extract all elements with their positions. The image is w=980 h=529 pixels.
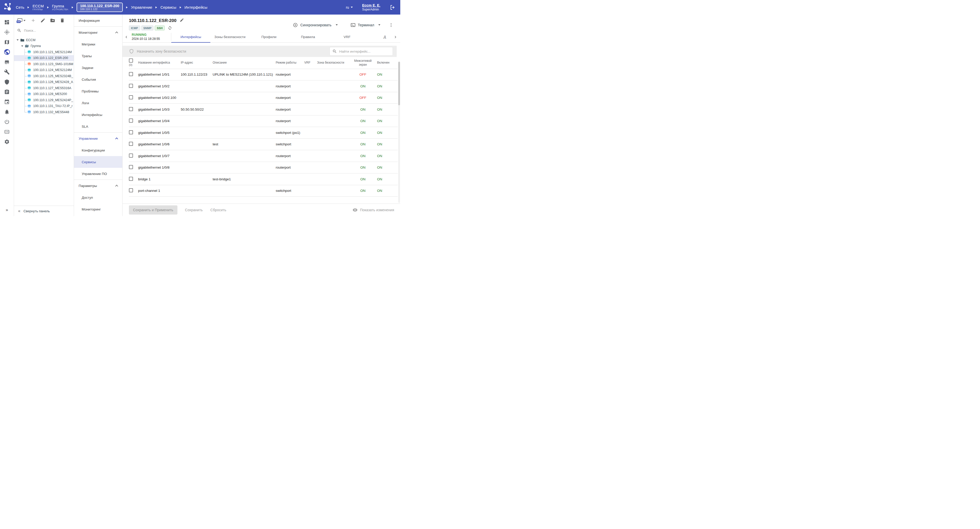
menu-item-interfaces[interactable]: Интерфейсы (74, 109, 122, 121)
menu-item-logs[interactable]: Логи (74, 97, 122, 109)
table-row[interactable]: gigabitethernet 1/0/8 routerport ON ON (129, 162, 398, 174)
tree-node-root[interactable]: ECCM (14, 37, 74, 43)
notifications-icon[interactable] (1, 107, 13, 117)
reset-button[interactable]: Сбросить (210, 208, 226, 212)
dashboard-icon[interactable] (1, 17, 13, 27)
breadcrumb-services[interactable]: Сервисы (160, 5, 176, 10)
menu-header-monitoring[interactable]: Мониторинг (74, 27, 122, 38)
logs-icon[interactable]: LOG (1, 127, 13, 137)
breadcrumb-interfaces[interactable]: Интерфейсы (185, 5, 208, 10)
menu-item-problems[interactable]: Проблемы (74, 85, 122, 97)
tab-security-zones[interactable]: Зоны безопасности (210, 32, 250, 42)
tree-node-group[interactable]: Группа (14, 43, 74, 49)
row-checkbox[interactable] (129, 84, 133, 88)
terminal-dropdown-button[interactable] (376, 22, 383, 27)
language-selector[interactable]: ru (346, 5, 353, 10)
synchronize-dropdown-button[interactable] (333, 22, 340, 27)
menu-item-tasks[interactable]: Задачи (74, 62, 122, 73)
tree-expand-icon[interactable] (17, 39, 19, 41)
tools-icon[interactable] (1, 67, 13, 77)
security-icon[interactable] (1, 77, 13, 87)
row-checkbox[interactable] (129, 118, 133, 123)
breadcrumb-network[interactable]: Сеть (16, 5, 24, 10)
row-checkbox[interactable] (129, 130, 133, 134)
menu-item-services-active[interactable]: Сервисы (74, 156, 122, 168)
add-device-button[interactable] (31, 18, 36, 23)
table-row[interactable]: gigabitethernet 1/0/2.100 routerport OFF… (129, 92, 398, 104)
table-row[interactable]: gigabitethernet 1/0/6 test switchport ON… (129, 139, 398, 150)
tree-expand-icon[interactable] (21, 45, 23, 47)
tree-device[interactable]: 100.110.1.124_MES2124M (14, 67, 74, 73)
menu-header-parameters[interactable]: Параметры (74, 180, 122, 191)
save-and-apply-button[interactable]: Сохранить и Применить (129, 206, 177, 215)
breadcrumb-management[interactable]: Управление (131, 5, 152, 10)
row-checkbox[interactable] (129, 72, 133, 76)
incidents-icon[interactable] (1, 27, 13, 37)
tree-device[interactable]: 100.110.1.126_MES2428_A (14, 79, 74, 85)
breadcrumb-eccm[interactable]: ECCMГРУППЫ (32, 4, 44, 11)
tab-profiles[interactable]: Профили (250, 32, 288, 42)
select-all-checkbox[interactable] (129, 59, 133, 62)
schedule-icon[interactable] (1, 97, 13, 107)
tree-device[interactable]: 100.110.1.127_MES5316A (14, 85, 74, 91)
menu-item-software[interactable]: Управление ПО (74, 168, 122, 180)
move-device-button[interactable] (50, 18, 55, 23)
collapse-panel-button[interactable]: « Свернуть панель (14, 206, 74, 216)
maps-icon[interactable] (1, 37, 13, 47)
synchronize-button[interactable]: Синхронизировать (291, 21, 333, 30)
breadcrumb-device-current[interactable]: 100.110.1.122_ESR-200100.110.1.122 (76, 3, 123, 12)
tab-clipped[interactable]: Д (367, 32, 387, 42)
tasks-icon[interactable] (1, 87, 13, 97)
table-row[interactable]: gigabitethernet 1/0/3 50.50.50.50/22 rou… (129, 104, 398, 115)
terminal-button[interactable]: Терминал (349, 21, 376, 30)
edit-device-button[interactable] (40, 18, 45, 23)
row-checkbox[interactable] (129, 107, 133, 111)
table-row[interactable]: gigabitethernet 1/0/7 routerport ON ON (129, 150, 398, 162)
inventory-icon[interactable] (1, 57, 13, 67)
power-icon[interactable] (1, 117, 13, 127)
vertical-scrollbar[interactable] (398, 61, 400, 203)
tabs-scroll-left-button[interactable] (123, 32, 130, 42)
table-row[interactable]: bridge 1 test-bridge1 ON ON (129, 174, 398, 185)
tab-rules[interactable]: Правила (288, 32, 328, 42)
tab-interfaces[interactable]: Интерфейсы (171, 32, 210, 42)
menu-item-monitoring-params[interactable]: Мониторинг (74, 203, 122, 215)
interface-search-input[interactable] (339, 49, 390, 53)
menu-header-management[interactable]: Управление (74, 132, 122, 144)
edit-title-button[interactable] (180, 18, 184, 23)
menu-item-events[interactable]: События (74, 73, 122, 85)
table-row[interactable]: gigabitethernet 1/0/5 switchport (po1) O… (129, 127, 398, 139)
tree-device[interactable]: 100.110.1.125_MES2324B_ (14, 73, 74, 79)
tree-device[interactable]: 100.110.1.132_MES5448 (14, 109, 74, 115)
menu-item-information[interactable]: Информация (74, 14, 122, 26)
settings-icon[interactable] (1, 137, 13, 147)
row-checkbox[interactable] (129, 95, 133, 99)
menu-item-access[interactable]: Доступ (74, 191, 122, 203)
table-row[interactable]: port-channel 1 switchport ON ON (129, 185, 398, 197)
tree-search-input[interactable] (24, 29, 71, 32)
table-row[interactable]: gigabitethernet 1/0/4 routerport ON ON (129, 115, 398, 127)
tree-device[interactable]: 100.110.1.123_SMG-1016M (14, 61, 74, 67)
tree-device[interactable]: 100.110.1.128_ME5200 (14, 91, 74, 97)
logout-button[interactable] (390, 4, 396, 11)
tabs-scroll-right-button[interactable] (391, 32, 400, 42)
menu-item-metrics[interactable]: Метрики (74, 38, 122, 50)
row-checkbox[interactable] (129, 142, 133, 146)
row-checkbox[interactable] (129, 153, 133, 158)
monitoring-interval-button[interactable]: 1m (17, 18, 25, 23)
menu-item-configurations[interactable]: Конфигурации (74, 144, 122, 156)
table-row[interactable]: gigabitethernet 1/0/1 100.110.1.122/23 U… (129, 69, 398, 80)
assign-zone-button[interactable]: Назначить зону безопасности (129, 49, 186, 54)
breadcrumb-group[interactable]: ГруппаУСТРОЙСТВА (52, 4, 68, 11)
expand-rail-button[interactable]: » (1, 206, 13, 215)
show-changes-button[interactable]: Показать изменения (353, 207, 394, 212)
tree-device[interactable]: 100.110.1.131_TAU-72.IP_г (14, 103, 74, 109)
refresh-availability-button[interactable] (168, 26, 172, 30)
row-checkbox[interactable] (129, 165, 133, 169)
tree-device-selected[interactable]: 100.110.1.122_ESR-200 (14, 55, 74, 61)
app-logo[interactable] (2, 2, 14, 13)
more-actions-button[interactable] (388, 21, 395, 29)
row-checkbox[interactable] (129, 188, 133, 192)
save-button[interactable]: Сохранить (185, 208, 203, 212)
delete-device-button[interactable] (60, 18, 65, 23)
